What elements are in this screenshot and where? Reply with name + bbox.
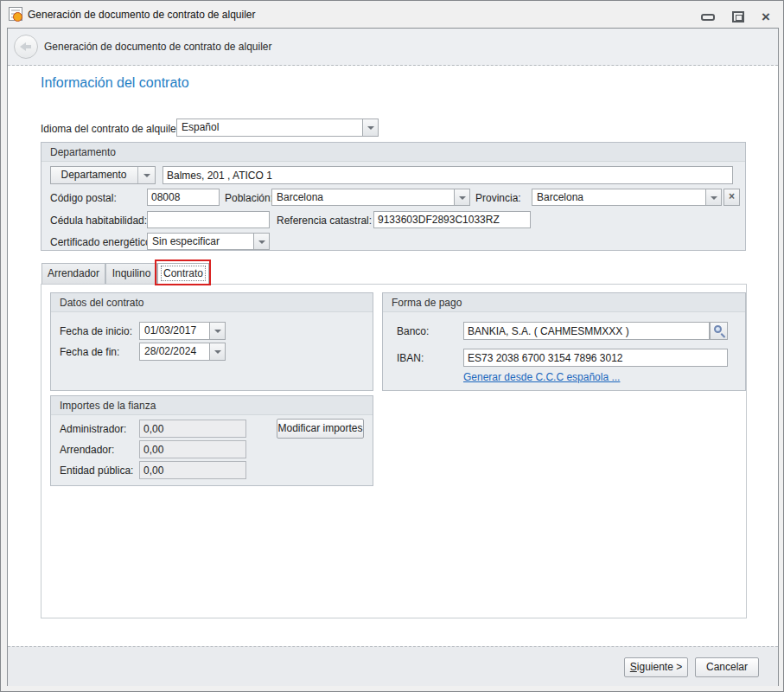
certificado-combo[interactable]: Sin especificar: [147, 233, 270, 250]
tab-arrendador[interactable]: Arrendador: [41, 263, 105, 284]
chevron-down-icon[interactable]: [209, 323, 225, 339]
referencia-field[interactable]: [373, 211, 531, 228]
chevron-down-icon[interactable]: [705, 189, 721, 205]
minimize-button[interactable]: [698, 10, 717, 24]
departamento-address-field[interactable]: [163, 166, 733, 184]
chevron-down-icon[interactable]: [209, 343, 225, 360]
provincia-value: Barcelona: [537, 189, 704, 205]
fecha-inicio-label: Fecha de inicio:: [60, 325, 132, 337]
importes-fianza-caption: Importes de la fianza: [51, 396, 373, 415]
language-combo[interactable]: Español: [176, 119, 379, 137]
siguiente-rest: iguiente >: [637, 661, 682, 673]
generar-ccc-link[interactable]: Generar desde C.C.C española ...: [463, 371, 620, 383]
maximize-button[interactable]: [729, 10, 748, 24]
chevron-down-icon[interactable]: [454, 189, 469, 205]
wizard-header: Generación de documento de contrato de a…: [8, 29, 778, 66]
fecha-inicio-value: 01/03/2017: [144, 323, 207, 339]
banco-search-button[interactable]: [710, 322, 728, 340]
cedula-label: Cédula habitabilidad:: [50, 215, 147, 227]
wizard-header-title: Generación de documento de contrato de a…: [44, 41, 272, 53]
chevron-down-icon[interactable]: [137, 167, 155, 183]
page-title: Información del contrato: [41, 75, 189, 91]
cedula-field[interactable]: [147, 211, 270, 228]
iban-label: IBAN:: [397, 352, 424, 364]
fecha-fin-value: 28/02/2024: [144, 343, 207, 360]
contrato-tab-page: Datos del contrato Fecha de inicio: 01/0…: [41, 284, 747, 618]
close-icon: ×: [756, 8, 775, 27]
language-value: Español: [182, 119, 360, 136]
tab-inquilino-label: Inquilino: [112, 267, 151, 279]
window-document-icon: [9, 7, 22, 21]
referencia-label: Referencia catastral:: [277, 215, 372, 227]
window-title: Generación de documento de contrato de a…: [28, 9, 256, 21]
chevron-down-icon[interactable]: [362, 119, 378, 136]
fecha-inicio-picker[interactable]: 01/03/2017: [139, 322, 226, 340]
poblacion-combo[interactable]: Barcelona: [271, 189, 470, 206]
chevron-down-icon[interactable]: [253, 234, 269, 249]
provincia-combo[interactable]: Barcelona: [532, 189, 722, 206]
departamento-group: Departamento Departamento Código postal:…: [41, 142, 746, 251]
siguiente-button[interactable]: Siguiente >: [624, 657, 688, 677]
tab-contrato[interactable]: Contrato: [157, 263, 209, 285]
language-label: Idioma del contrato de alquiler:: [41, 123, 182, 135]
tab-inquilino[interactable]: Inquilino: [105, 263, 157, 284]
search-icon: [714, 325, 722, 333]
poblacion-value: Barcelona: [277, 189, 452, 205]
codigo-postal-field[interactable]: [147, 189, 220, 206]
forma-pago-caption: Forma de pago: [383, 293, 745, 312]
departamento-selector-label: Departamento: [51, 167, 137, 183]
entidad-publica-field[interactable]: [139, 461, 246, 479]
administrador-field[interactable]: [139, 420, 246, 438]
certificado-label: Certificado energético:: [50, 236, 154, 248]
modificar-importes-button[interactable]: Modificar importes: [277, 419, 364, 439]
iban-field[interactable]: [463, 349, 728, 367]
close-button[interactable]: ×: [756, 10, 775, 24]
minimize-icon: [701, 14, 715, 21]
clear-x-icon: ×: [729, 190, 735, 202]
datos-contrato-group: Datos del contrato Fecha de inicio: 01/0…: [50, 292, 373, 391]
maximize-icon: [732, 11, 744, 22]
forma-pago-group: Forma de pago Banco: IBAN: Generar desde…: [382, 292, 746, 391]
banco-label: Banco:: [397, 325, 429, 337]
departamento-caption: Departamento: [41, 143, 745, 162]
datos-contrato-caption: Datos del contrato: [51, 293, 373, 312]
title-bar: Generación de documento de contrato de a…: [2, 1, 782, 27]
certificado-value: Sin especificar: [152, 234, 252, 249]
provincia-label: Provincia:: [475, 192, 521, 204]
back-button[interactable]: [14, 35, 38, 59]
administrador-label: Administrador:: [60, 423, 126, 435]
codigo-postal-label: Código postal:: [50, 192, 117, 204]
poblacion-label: Población:: [225, 192, 273, 204]
arrendador-label: Arrendador:: [60, 444, 114, 456]
tab-arrendador-label: Arrendador: [48, 267, 99, 279]
departamento-selector-button[interactable]: Departamento: [50, 166, 156, 184]
provincia-clear-button[interactable]: ×: [723, 189, 740, 206]
dialog-window: Generación de documento de contrato de a…: [0, 0, 784, 692]
fecha-fin-label: Fecha de fin:: [60, 346, 119, 358]
cancelar-button[interactable]: Cancelar: [695, 657, 759, 677]
siguiente-mnemonic: S: [630, 661, 637, 673]
fecha-fin-picker[interactable]: 28/02/2024: [139, 343, 226, 361]
importes-fianza-group: Importes de la fianza Administrador: Arr…: [50, 395, 373, 486]
arrendador-field[interactable]: [139, 440, 246, 458]
banco-field[interactable]: [463, 322, 710, 340]
tab-contrato-label: Contrato: [162, 266, 205, 280]
entidad-publica-label: Entidad pública:: [60, 465, 133, 477]
